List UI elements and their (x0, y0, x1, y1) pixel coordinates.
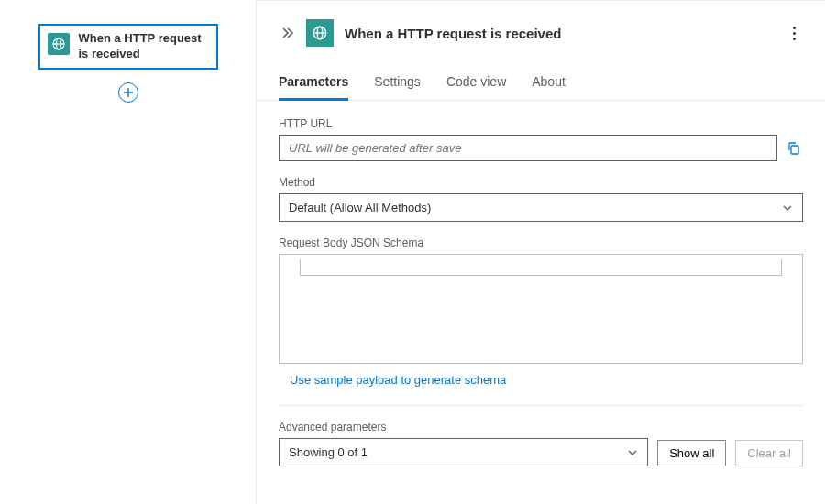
trigger-card[interactable]: When a HTTP request is received (38, 24, 218, 70)
schema-label: Request Body JSON Schema (279, 236, 803, 249)
detail-header: When a HTTP request is received (257, 1, 825, 56)
method-field: Method Default (Allow All Methods) (279, 176, 803, 222)
copy-icon[interactable] (785, 139, 803, 158)
divider (279, 405, 803, 406)
http-url-field: HTTP URL (279, 117, 803, 161)
trigger-label: When a HTTP request is received (79, 31, 209, 62)
http-request-icon (48, 33, 70, 55)
advanced-label: Advanced parameters (279, 421, 648, 433)
tab-parameters[interactable]: Parameters (279, 65, 348, 100)
show-all-button[interactable]: Show all (657, 440, 726, 466)
collapse-icon[interactable] (279, 27, 295, 39)
advanced-value: Showing 0 of 1 (289, 445, 368, 459)
clear-all-button: Clear all (735, 440, 803, 466)
tab-code-view[interactable]: Code view (446, 65, 506, 100)
advanced-select[interactable]: Showing 0 of 1 (279, 438, 648, 466)
tab-about[interactable]: About (532, 65, 566, 100)
method-value: Default (Allow All Methods) (289, 201, 431, 214)
chevron-down-icon (627, 447, 638, 458)
advanced-parameters-row: Advanced parameters Showing 0 of 1 Show … (279, 421, 803, 466)
method-label: Method (279, 176, 803, 189)
panel-title: When a HTTP request is received (345, 26, 775, 41)
http-url-input[interactable] (279, 135, 777, 161)
parameters-content: HTTP URL Method Default (Allow All Metho… (257, 101, 825, 504)
schema-textarea[interactable] (279, 254, 803, 364)
schema-field: Request Body JSON Schema Use sample payl… (279, 236, 803, 387)
method-select[interactable]: Default (Allow All Methods) (279, 193, 803, 222)
left-canvas-pane: When a HTTP request is received (0, 0, 257, 504)
schema-inner-frame (300, 259, 782, 276)
detail-panel: When a HTTP request is received Paramete… (257, 0, 825, 504)
add-step-button[interactable] (118, 82, 138, 103)
sample-payload-link[interactable]: Use sample payload to generate schema (279, 373, 506, 387)
http-request-icon (306, 19, 334, 47)
tab-settings[interactable]: Settings (374, 65, 421, 100)
tab-bar: Parameters Settings Code view About (257, 65, 825, 101)
http-url-label: HTTP URL (279, 117, 803, 130)
chevron-down-icon (782, 203, 793, 214)
svg-rect-8 (791, 146, 798, 154)
more-menu-button[interactable] (786, 23, 803, 44)
